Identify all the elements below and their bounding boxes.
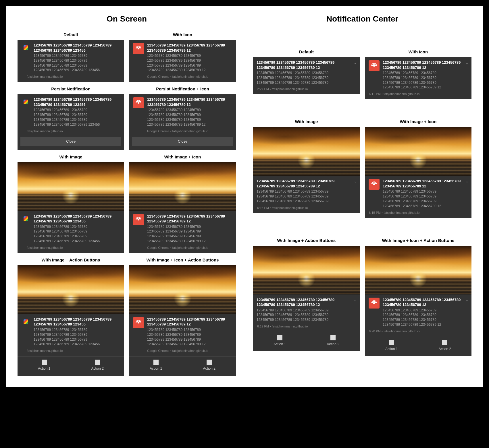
toast-body: 123456789 123456789 123456789 123456789 … (257, 308, 350, 322)
label-with-image-icon: With Image + Icon (365, 119, 471, 124)
close-button[interactable]: Close (20, 137, 121, 146)
toast-body: 123456789 123456789 123456789 123456789 … (34, 224, 120, 244)
nc-toast-with-icon[interactable]: ⌄ 123456789 123456789 123456789 12345678… (365, 57, 471, 99)
chevron-down-icon[interactable]: ⌄ (354, 61, 357, 65)
toast-source: Google Chrome • fatsjohonimahnn.github.i… (129, 245, 236, 252)
toast-source: Google Chrome • fatsjohonimahnn.github.i… (129, 74, 236, 81)
podcast-icon (368, 297, 380, 309)
label-default: Default (253, 49, 360, 54)
label-persist: Persist Notification (18, 86, 124, 91)
toast-title: 123456789 123456789 123456789 123456789 … (34, 43, 120, 53)
image-icon (207, 360, 212, 365)
toast-source: Google Chrome • fatsjohonimahnn.github.i… (129, 129, 236, 135)
favicon-icon (21, 43, 31, 53)
page: On Screen Default 123456789 123456789 12… (6, 6, 483, 387)
toast-persist[interactable]: 123456789 123456789 123456789 123456789 … (18, 94, 124, 150)
toast-source: 6:15 PM • fatsjohonimahnn.github.io (365, 210, 471, 217)
toast-title: 123456789 123456789 123456789 123456789 … (257, 60, 350, 70)
action-1-button[interactable]: Action 1 (129, 357, 183, 375)
chevron-down-icon[interactable]: ⌄ (354, 179, 357, 183)
hero-image (365, 127, 471, 176)
label-with-image-actions: With Image + Action Buttons (18, 257, 124, 262)
chevron-down-icon[interactable]: ⌄ (354, 298, 357, 302)
nc-toast-default[interactable]: ⌄ 123456789 123456789 123456789 12345678… (253, 57, 360, 94)
notification-center-column: Notification Center Default ⌄ 123456789 … (253, 14, 471, 376)
toast-title: 123456789 123456789 123456789 123456789 … (147, 317, 232, 327)
toast-source: fatsjohonimahnn.github.io (18, 129, 124, 135)
label-with-image-icon-actions: With Image + Icon + Action Buttons (365, 238, 471, 243)
hero-image (129, 162, 236, 211)
label-with-image-icon-actions: With Image + Icon + Action Buttons (129, 257, 236, 262)
label-with-image-icon: With Image + Icon (129, 154, 236, 159)
toast-with-icon[interactable]: 123456789 123456789 123456789 123456789 … (129, 40, 236, 82)
toast-title: 123456789 123456789 123456789 123456789 … (34, 97, 120, 107)
svg-point-5 (373, 183, 375, 185)
chevron-down-icon[interactable]: ⌄ (465, 61, 469, 65)
toast-source: 2:27 PM • fatsjohonimahnn.github.io (253, 87, 360, 93)
toast-title: 123456789 123456789 123456789 123456789 … (383, 297, 462, 307)
toast-body: 123456789 123456789 123456789 123456789 … (383, 71, 462, 90)
hero-image (253, 127, 360, 176)
hero-image (18, 162, 124, 211)
chevron-down-icon[interactable]: ⌄ (465, 298, 469, 302)
hero-image (365, 246, 471, 294)
close-button[interactable]: Close (132, 137, 233, 146)
image-icon (442, 340, 447, 345)
action-1-button[interactable]: Action 1 (253, 332, 307, 350)
toast-with-image-icon[interactable]: 123456789 123456789 123456789 123456789 … (129, 162, 236, 253)
toast-title: 123456789 123456789 123456789 123456789 … (257, 297, 350, 307)
toast-title: 123456789 123456789 123456789 123456789 … (34, 317, 120, 327)
podcast-icon (133, 214, 144, 225)
toast-title: 123456789 123456789 123456789 123456789 … (34, 214, 120, 224)
nc-toast-with-image[interactable]: ⌄ 123456789 123456789 123456789 12345678… (253, 127, 360, 213)
toast-persist-icon[interactable]: 123456789 123456789 123456789 123456789 … (129, 94, 236, 150)
on-screen-heading: On Screen (18, 14, 236, 24)
hero-image (18, 265, 124, 314)
image-icon (95, 360, 100, 365)
label-default: Default (18, 32, 124, 37)
action-1-button[interactable]: Action 1 (18, 357, 71, 375)
toast-body: 123456789 123456789 123456789 123456789 … (147, 327, 232, 347)
toast-with-image[interactable]: 123456789 123456789 123456789 123456789 … (18, 162, 124, 253)
toast-body: 123456789 123456789 123456789 123456789 … (147, 224, 232, 244)
image-icon (277, 335, 282, 340)
image-icon (42, 360, 47, 365)
action-2-button[interactable]: Action 2 (183, 357, 236, 375)
toast-title: 123456789 123456789 123456789 123456789 … (383, 60, 462, 70)
toast-title: 123456789 123456789 123456789 123456789 … (147, 43, 232, 53)
toast-source: fatsjohonimahnn.github.io (18, 245, 124, 252)
image-icon (389, 340, 394, 345)
label-with-icon: With Icon (365, 49, 471, 54)
toast-source: 6:16 PM • fatsjohonimahnn.github.io (253, 205, 360, 212)
svg-point-0 (138, 48, 140, 50)
toast-with-image-icon-actions[interactable]: 123456789 123456789 123456789 123456789 … (129, 265, 236, 376)
hero-image (129, 265, 236, 314)
svg-point-3 (138, 322, 140, 324)
notification-center-heading: Notification Center (253, 14, 471, 24)
nc-toast-with-image-icon-actions[interactable]: ⌄ 123456789 123456789 123456789 12345678… (365, 246, 471, 356)
toast-body: 123456789 123456789 123456789 123456789 … (383, 189, 462, 208)
toast-source: fatsjohonimahnn.github.io (18, 348, 124, 355)
chevron-down-icon[interactable]: ⌄ (465, 179, 469, 183)
label-with-image: With Image (253, 119, 360, 124)
toast-body: 123456789 123456789 123456789 123456789 … (147, 108, 232, 127)
favicon-icon (21, 214, 31, 224)
action-2-button[interactable]: Action 2 (418, 337, 472, 355)
toast-source: Google Chrome • fatsjohonimahnn.github.i… (129, 348, 236, 355)
toast-body: 123456789 123456789 123456789 123456789 … (257, 189, 350, 203)
label-with-image-actions: With Image + Action Buttons (253, 238, 360, 243)
action-2-button[interactable]: Action 2 (71, 357, 124, 375)
podcast-icon (133, 317, 144, 328)
action-1-button[interactable]: Action 1 (365, 337, 418, 355)
toast-body: 123456789 123456789 123456789 123456789 … (147, 53, 232, 73)
toast-source: 6:11 PM • fatsjohonimahnn.github.io (365, 92, 471, 98)
toast-default[interactable]: 123456789 123456789 123456789 123456789 … (18, 40, 124, 82)
action-2-button[interactable]: Action 2 (307, 332, 360, 350)
toast-title: 123456789 123456789 123456789 123456789 … (147, 97, 232, 107)
toast-source: 6:19 PM • fatsjohonimahnn.github.io (253, 324, 360, 330)
toast-with-image-actions[interactable]: 123456789 123456789 123456789 123456789 … (18, 265, 124, 376)
nc-toast-with-image-icon[interactable]: ⌄ 123456789 123456789 123456789 12345678… (365, 127, 471, 218)
nc-toast-with-image-actions[interactable]: ⌄ 123456789 123456789 123456789 12345678… (253, 246, 360, 351)
hero-image (253, 246, 360, 294)
label-with-image: With Image (18, 154, 124, 159)
